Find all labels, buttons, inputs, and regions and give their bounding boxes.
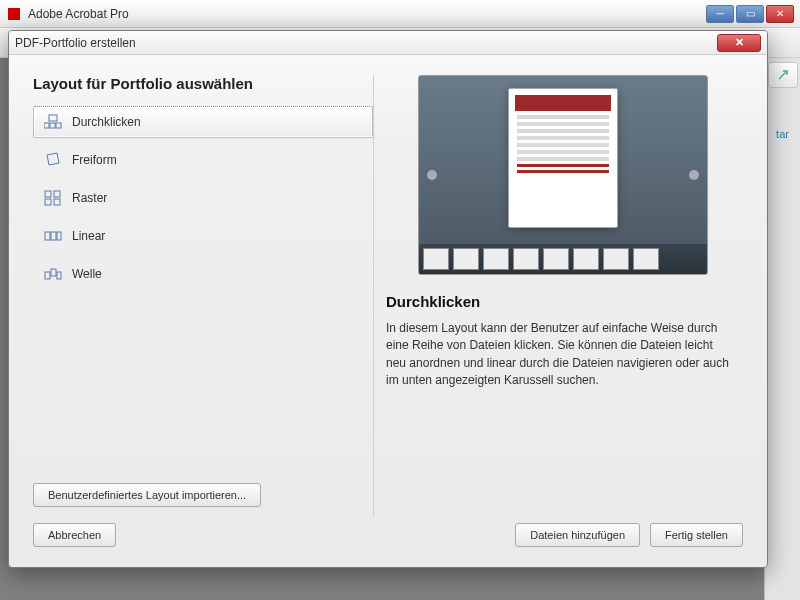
svg-rect-9 [45,232,50,240]
svg-rect-2 [56,123,61,128]
app-title: Adobe Acrobat Pro [28,7,129,21]
layout-item-durchklicken[interactable]: Durchklicken [33,106,373,138]
layout-selection-pane: Layout für Portfolio auswählen Durchklic… [33,75,373,517]
close-window-button[interactable]: ✕ [766,5,794,23]
layout-item-linear[interactable]: Linear [33,220,373,252]
layout-item-label: Durchklicken [72,115,141,129]
clickthrough-icon [44,114,62,130]
preview-description: In diesem Layout kann der Benutzer auf e… [382,320,743,390]
window-controls: ─ ▭ ✕ [704,5,794,23]
layout-item-label: Welle [72,267,102,281]
dialog-footer: Abbrechen Dateien hinzufügen Fertig stel… [9,517,767,567]
layout-item-raster[interactable]: Raster [33,182,373,214]
add-files-button[interactable]: Dateien hinzufügen [515,523,640,547]
layout-preview-image [418,75,708,275]
wave-icon [44,266,62,282]
sidebar-label: tar [765,128,800,140]
minimize-button[interactable]: ─ [706,5,734,23]
dialog-titlebar: PDF-Portfolio erstellen ✕ [9,31,767,55]
svg-rect-10 [51,232,56,240]
svg-rect-0 [44,123,49,128]
dialog-close-button[interactable]: ✕ [717,34,761,52]
cancel-button[interactable]: Abbrechen [33,523,116,547]
preview-title: Durchklicken [382,293,743,310]
svg-marker-4 [47,153,59,165]
parent-titlebar: Adobe Acrobat Pro ─ ▭ ✕ [0,0,800,28]
layout-item-label: Raster [72,191,107,205]
svg-rect-1 [50,123,55,128]
linear-icon [44,228,62,244]
sidebar-expand-icon[interactable] [768,62,798,88]
layout-item-label: Freiform [72,153,117,167]
acrobat-icon [6,6,22,22]
svg-rect-13 [51,269,56,276]
svg-rect-11 [57,232,61,240]
layout-item-welle[interactable]: Welle [33,258,373,290]
dialog-title: PDF-Portfolio erstellen [15,36,136,50]
svg-rect-5 [45,191,51,197]
finish-button[interactable]: Fertig stellen [650,523,743,547]
create-portfolio-dialog: PDF-Portfolio erstellen ✕ Layout für Por… [8,30,768,568]
layout-preview-pane: Durchklicken In diesem Layout kann der B… [382,75,743,517]
parent-right-sidebar: tar [764,58,800,600]
freeform-icon [44,152,62,168]
grid-icon [44,190,62,206]
svg-rect-8 [54,199,60,205]
svg-rect-6 [54,191,60,197]
svg-rect-3 [49,115,57,121]
import-layout-button[interactable]: Benutzerdefiniertes Layout importieren..… [33,483,261,507]
vertical-divider [373,75,374,517]
layout-item-label: Linear [72,229,105,243]
layout-heading: Layout für Portfolio auswählen [33,75,373,92]
layout-item-freiform[interactable]: Freiform [33,144,373,176]
svg-rect-7 [45,199,51,205]
svg-rect-12 [45,272,50,279]
maximize-button[interactable]: ▭ [736,5,764,23]
svg-rect-14 [57,272,61,279]
layout-list: Durchklicken Freiform Raster [33,106,373,290]
